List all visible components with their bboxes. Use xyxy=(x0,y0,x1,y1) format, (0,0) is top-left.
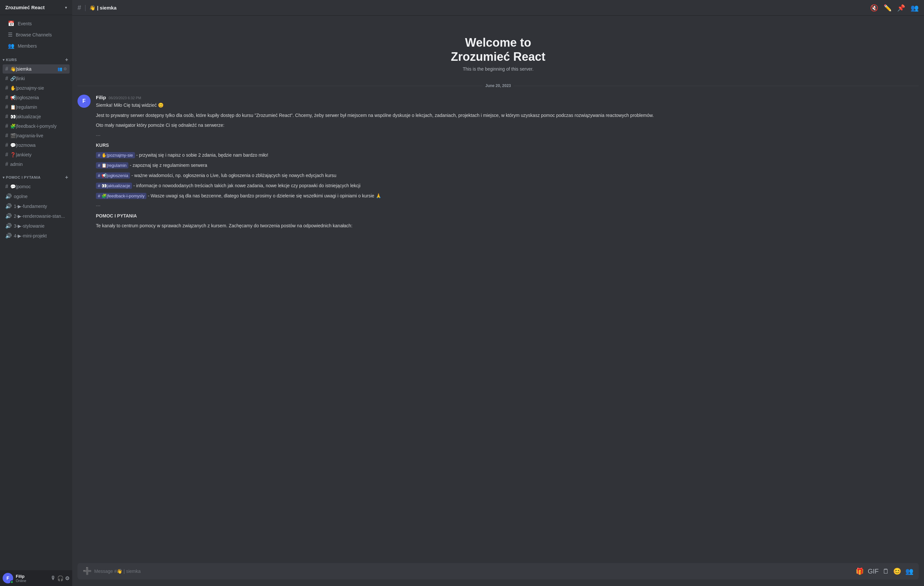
channel-aktualizacje[interactable]: # 👀|aktualizacje xyxy=(3,112,69,121)
hash-icon: # xyxy=(5,142,8,148)
channel-feedback-name: 🧩|feedback-i-pomysly xyxy=(10,124,67,129)
nav-browse-channels[interactable]: ☰ Browse Channels xyxy=(3,29,69,40)
messages-area: Welcome to Zrozumieć React This is the b… xyxy=(72,16,924,563)
channel-ref-regulamin[interactable]: # 📋|regulamin xyxy=(96,162,129,168)
user-info: Filip Online xyxy=(16,574,48,583)
msg-avatar-letter: F xyxy=(82,98,86,104)
hash-icon: # xyxy=(5,114,8,120)
message-content: Filip 06/20/2023 6:32 PM Siemka! Miło Ci… xyxy=(96,95,919,231)
channel-pomoc-name: 💬|pomoc xyxy=(10,184,67,189)
edit-topbar-icon[interactable]: ✏️ xyxy=(884,4,892,12)
msg-author: Filip xyxy=(96,95,106,100)
channel-ogloszenia[interactable]: # 📢|ogłoszenia xyxy=(3,93,69,102)
message-input-area: ➕ 🎁 GIF 🗒 😊 👥 xyxy=(72,563,924,586)
nav-events-label: Events xyxy=(18,21,32,26)
user-name: Filip xyxy=(16,574,48,579)
channel-ref-aktualizacje[interactable]: # 👀|aktualizacje xyxy=(96,183,132,189)
add-message-icon[interactable]: ➕ xyxy=(83,563,92,579)
hash-icon: # xyxy=(5,133,8,139)
nav-members[interactable]: 👥 Members xyxy=(3,40,69,51)
voice-icon: 🔊 xyxy=(5,233,12,239)
channel-aktualizacje-name: 👀|aktualizacje xyxy=(10,114,67,119)
channel-rozmowa[interactable]: # 💬|rozmowa xyxy=(3,140,69,150)
channel-list: 📅 Events ☰ Browse Channels 👥 Members ▾ K… xyxy=(0,15,72,570)
avatar: F xyxy=(3,573,13,583)
channel-ref-poznajmy-desc: - przywitaj się i napisz o sobie 2 zdani… xyxy=(136,152,268,158)
msg-channel-regulamin: # 📋|regulamin - zapoznaj się z regulamin… xyxy=(96,162,919,169)
channel-feedback[interactable]: # 🧩|feedback-i-pomysly xyxy=(3,122,69,131)
channel-stylowanie[interactable]: 🔊 3-▶-stylowanie xyxy=(3,221,69,231)
welcome-section: Welcome to Zrozumieć React This is the b… xyxy=(72,16,924,78)
sticker-icon[interactable]: 🗒 xyxy=(883,568,889,575)
avatar-letter: F xyxy=(7,576,10,581)
channel-ref-feedback[interactable]: # 🧩|feedback-i-pomysly xyxy=(96,193,147,199)
mute-topbar-icon[interactable]: 🔇 xyxy=(870,4,878,12)
topbar-hash-icon: # xyxy=(78,4,81,12)
sidebar: Zrozumieć React ▾ 📅 Events ☰ Browse Chan… xyxy=(0,0,72,586)
channel-renderowanie-name: 2-▶-renderowanie-stan... xyxy=(14,213,67,219)
nav-events[interactable]: 📅 Events xyxy=(3,18,69,29)
voice-icon: 🔊 xyxy=(5,193,12,200)
events-icon: 📅 xyxy=(8,20,15,26)
topbar-channel: # | 👋 | siemka xyxy=(78,4,868,12)
msg-time: 06/20/2023 6:32 PM xyxy=(109,96,141,100)
channel-nagrania-name: 🎬|nagrania-live xyxy=(10,133,67,138)
mute-icon[interactable]: 🎙 xyxy=(51,575,56,581)
nav-members-label: Members xyxy=(18,43,37,49)
channel-nagrania[interactable]: # 🎬|nagrania-live xyxy=(3,131,69,140)
hash-icon: # xyxy=(5,76,8,81)
msg-section-pomoc: POMOC I PYTANIA xyxy=(96,212,919,220)
msg-body: Siemka! Miło Cię tutaj widzieć 😊 Jest to… xyxy=(96,101,919,229)
topbar-divider: | xyxy=(84,4,86,12)
category-kurs[interactable]: ▾ KURS + xyxy=(0,51,72,64)
channel-renderowanie[interactable]: 🔊 2-▶-renderowanie-stan... xyxy=(3,211,69,221)
channel-regulamin-name: 📋|regulamin xyxy=(10,104,67,110)
members-nav-icon: 👥 xyxy=(8,43,15,49)
channel-siemka[interactable]: # 👋|siemka 👥 ⚙ xyxy=(3,64,69,74)
topbar: # | 👋 | siemka 🔇 ✏️ 📌 👥 xyxy=(72,0,924,16)
members-input-icon[interactable]: 👥 xyxy=(905,567,914,575)
hash-icon: # xyxy=(5,161,8,167)
headset-icon[interactable]: 🎧 xyxy=(57,575,64,581)
welcome-line1: Welcome to xyxy=(465,36,531,49)
message-group: F Filip 06/20/2023 6:32 PM Siemka! Miło … xyxy=(72,93,924,232)
channel-fundamenty-name: 1-▶-fundamenty xyxy=(14,204,67,209)
channel-siemka-name: 👋|siemka xyxy=(10,66,56,72)
main-panel: # | 👋 | siemka 🔇 ✏️ 📌 👥 Welcome to Zrozu… xyxy=(72,0,924,586)
channel-regulamin[interactable]: # 📋|regulamin xyxy=(3,102,69,112)
user-area: F Filip Online 🎙 🎧 ⚙ xyxy=(0,570,72,586)
gif-icon[interactable]: GIF xyxy=(868,568,879,575)
channel-mini-projekt[interactable]: 🔊 4-▶-mini-projekt xyxy=(3,231,69,241)
channel-admin[interactable]: # admin xyxy=(3,160,69,169)
server-name: Zrozumieć React xyxy=(5,5,45,10)
channel-fundamenty[interactable]: 🔊 1-▶-fundamenty xyxy=(3,201,69,211)
server-header[interactable]: Zrozumieć React ▾ xyxy=(0,0,72,15)
nav-browse-channels-label: Browse Channels xyxy=(16,32,52,38)
channel-ogolne[interactable]: 🔊 ogolne xyxy=(3,191,69,201)
channel-ankiety[interactable]: # ❓|ankiety xyxy=(3,150,69,159)
channel-ref-poznajmy[interactable]: # ✋|poznajmy-sie xyxy=(96,152,135,158)
channel-linki[interactable]: # 🔗|linki xyxy=(3,74,69,83)
msg-channel-ogloszenia: # 📢|ogłoszenia - ważne wiadomości, np. o… xyxy=(96,172,919,179)
msg-line-2: Jest to prywatny serwer dostępny tylko d… xyxy=(96,112,919,119)
hash-icon: # xyxy=(5,123,8,129)
msg-channel-feedback: # 🧩|feedback-i-pomysly - Wasze uwagi są … xyxy=(96,192,919,200)
channel-siemka-icons: 👥 ⚙ xyxy=(58,67,67,71)
gift-icon[interactable]: 🎁 xyxy=(856,567,864,575)
emoji-icon[interactable]: 😊 xyxy=(893,567,901,575)
channel-poznajmy-sie[interactable]: # ✋|poznajmy-sie xyxy=(3,83,69,92)
pin-topbar-icon[interactable]: 📌 xyxy=(897,4,905,12)
channel-ref-ogloszenia[interactable]: # 📢|ogłoszenia xyxy=(96,172,130,179)
topbar-icons: 🔇 ✏️ 📌 👥 xyxy=(870,4,919,12)
settings-icon[interactable]: ⚙ xyxy=(65,575,69,581)
category-pomoc-add[interactable]: + xyxy=(64,175,69,180)
user-actions: 🎙 🎧 ⚙ xyxy=(51,575,69,581)
category-kurs-add[interactable]: + xyxy=(64,57,69,63)
members-topbar-icon[interactable]: 👥 xyxy=(911,4,919,12)
voice-icon: 🔊 xyxy=(5,213,12,219)
channel-pomoc[interactable]: # 💬|pomoc xyxy=(3,182,69,191)
message-input[interactable] xyxy=(94,565,853,578)
date-divider: June 20, 2023 xyxy=(72,78,924,93)
msg-line-1: Siemka! Miło Cię tutaj widzieć 😊 xyxy=(96,101,919,109)
category-pomoc[interactable]: ▾ POMOC I PYTANIA + xyxy=(0,169,72,182)
